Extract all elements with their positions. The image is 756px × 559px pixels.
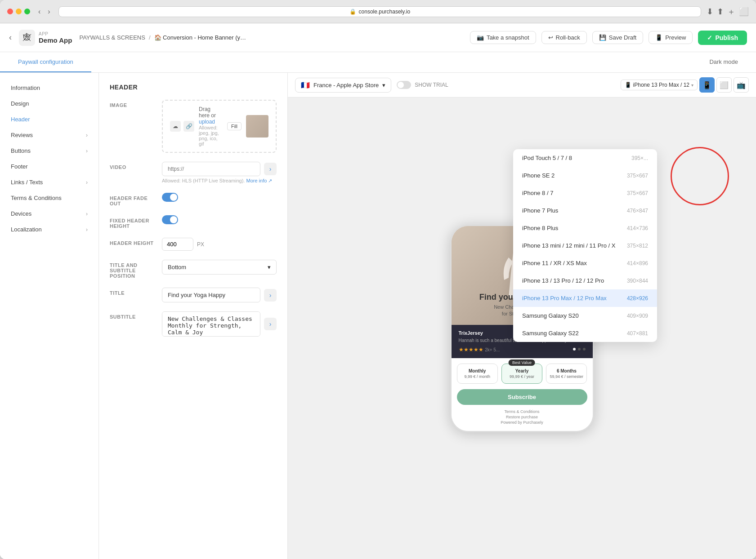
browser-chrome: ‹ › 🔒 console.purchasely.io ⬇ ⬆ ＋ ⬜ bbox=[0, 0, 756, 23]
header-height-input[interactable] bbox=[162, 238, 193, 251]
forward-nav-button[interactable]: › bbox=[45, 7, 53, 17]
device-item-name: iPhone 8 Plus bbox=[522, 225, 558, 231]
publish-button[interactable]: ✓ Publish bbox=[698, 31, 747, 45]
device-item-iphone11[interactable]: iPhone 11 / XR / XS Max 414×896 bbox=[513, 254, 657, 272]
subtitle-label: SUBTITLE bbox=[110, 311, 155, 319]
device-name-selector[interactable]: 📱 iPhone 13 Pro Max / 12 ▾ bbox=[621, 80, 698, 90]
sidebar: Information Design Header Reviews › Butt… bbox=[0, 73, 99, 559]
device-item-iphone8plus[interactable]: iPhone 8 Plus 414×736 bbox=[513, 219, 657, 237]
tablet-device-button[interactable]: ⬜ bbox=[716, 77, 732, 93]
subtitle-expand-button[interactable]: › bbox=[264, 318, 277, 330]
tv-device-button[interactable]: 📺 bbox=[734, 77, 749, 93]
video-expand-button[interactable]: › bbox=[264, 163, 277, 175]
sidebar-header-label: Header bbox=[11, 116, 30, 123]
title-input[interactable] bbox=[162, 288, 260, 302]
upload-link-icon[interactable]: 🔗 bbox=[183, 121, 194, 132]
trial-toggle-area: SHOW TRIAL bbox=[397, 81, 448, 89]
traffic-lights bbox=[7, 9, 30, 14]
header-fade-out-toggle[interactable] bbox=[162, 193, 178, 202]
price-card-yearly[interactable]: Best Value Yearly 99,99 € / year bbox=[501, 364, 542, 384]
more-info-link[interactable]: More info ↗ bbox=[246, 178, 272, 183]
subtitle-row: SUBTITLE New Challenges & Classes Monthl… bbox=[110, 311, 277, 337]
sidebar-item-buttons[interactable]: Buttons › bbox=[0, 143, 98, 159]
device-item-iphonese2[interactable]: iPhone SE 2 375×667 bbox=[513, 167, 657, 184]
show-trial-toggle[interactable] bbox=[397, 81, 411, 89]
header-fade-out-row: HEADER FADE OUT bbox=[110, 193, 277, 206]
restore-link[interactable]: Restore purchase bbox=[457, 415, 587, 419]
sidebar-links-label: Links / Texts bbox=[11, 179, 43, 186]
sidebar-item-localization[interactable]: Localization › bbox=[0, 222, 98, 237]
image-field-row: IMAGE ☁ 🔗 Drag here or upload bbox=[110, 100, 277, 153]
breadcrumb-separator: / bbox=[149, 34, 151, 41]
snapshot-button[interactable]: 📷 Take a snapshot bbox=[470, 31, 536, 44]
new-tab-button[interactable]: ＋ bbox=[727, 6, 735, 17]
fill-badge[interactable]: Fill bbox=[227, 122, 242, 130]
device-item-iphone13pro[interactable]: iPhone 13 / 13 Pro / 12 / 12 Pro 390×844 bbox=[513, 272, 657, 289]
device-item-iphone7plus[interactable]: iPhone 7 Plus 476×847 bbox=[513, 202, 657, 219]
tab-dark-mode[interactable]: Dark mode bbox=[691, 52, 756, 72]
minimize-button[interactable] bbox=[16, 9, 22, 14]
sidebar-item-reviews[interactable]: Reviews › bbox=[0, 127, 98, 143]
terms-link[interactable]: Terms & Conditions bbox=[457, 409, 587, 414]
app-name: Demo App bbox=[39, 36, 72, 44]
rollback-button[interactable]: ↩ Roll-back bbox=[541, 31, 587, 44]
fullscreen-button[interactable] bbox=[24, 9, 30, 14]
phone-small-icon: 📱 bbox=[625, 82, 631, 88]
video-field-content: › Allowed: HLS (HTTP Live Streaming). Mo… bbox=[162, 162, 277, 184]
phone-device-button[interactable]: 📱 bbox=[699, 77, 715, 93]
video-field-row: VIDEO › Allowed: HLS (HTTP Live Streamin… bbox=[110, 162, 277, 184]
device-item-ipod[interactable]: iPod Touch 5 / 7 / 8 395×... bbox=[513, 149, 657, 167]
device-item-iphone13mini[interactable]: iPhone 13 mini / 12 mini / 11 Pro / X 37… bbox=[513, 237, 657, 254]
download-button[interactable]: ⬇ bbox=[707, 7, 713, 17]
yearly-price: 99,99 € / year bbox=[505, 374, 539, 379]
device-item-iphone13promax[interactable]: iPhone 13 Pro Max / 12 Pro Max 428×926 bbox=[513, 289, 657, 307]
image-upload-zone[interactable]: ☁ 🔗 Drag here or upload Allowed: jpeg, j… bbox=[162, 100, 277, 153]
sidebar-item-header[interactable]: Header bbox=[0, 111, 98, 127]
device-item-samsungs20[interactable]: Samsung Galaxy S20 409×909 bbox=[513, 307, 657, 324]
sidebar-item-footer[interactable]: Footer bbox=[0, 159, 98, 174]
sidebar-item-terms-conditions[interactable]: Terms & Conditions bbox=[0, 190, 98, 206]
back-nav-button[interactable]: ‹ bbox=[36, 7, 43, 17]
6months-price: 59,94 € / semester bbox=[549, 374, 584, 379]
review-dots bbox=[573, 348, 586, 350]
device-item-res: 409×909 bbox=[627, 313, 648, 319]
subscribe-button[interactable]: Subscribe bbox=[457, 389, 587, 405]
sidebar-back-button[interactable]: ‹ bbox=[9, 33, 12, 42]
title-expand-button[interactable]: › bbox=[264, 289, 277, 302]
device-item-res: 390×844 bbox=[627, 278, 648, 284]
sidebar-item-design[interactable]: Design bbox=[0, 96, 98, 111]
sidebar-item-devices[interactable]: Devices › bbox=[0, 206, 98, 222]
video-url-input[interactable] bbox=[162, 162, 260, 176]
device-item-samsungs22[interactable]: Samsung Galaxy S22 407×881 bbox=[513, 324, 657, 342]
tabs-button[interactable]: ⬜ bbox=[739, 7, 749, 17]
address-bar[interactable]: 🔒 console.purchasely.io bbox=[58, 6, 701, 17]
sidebar-reviews-label: Reviews bbox=[11, 132, 33, 138]
store-selector[interactable]: 🇫🇷 France - Apple App Store ▾ bbox=[295, 78, 391, 93]
dot-2 bbox=[578, 348, 581, 350]
price-card-6months[interactable]: 6 Months 59,94 € / semester bbox=[546, 364, 587, 384]
video-allowed-text: Allowed: HLS (HTTP Live Streaming). bbox=[162, 178, 246, 183]
save-draft-button[interactable]: 💾 Save Draft bbox=[592, 31, 643, 44]
breadcrumb-paywalls[interactable]: PAYWALLS & SCREENS bbox=[79, 34, 145, 41]
device-name-text: iPhone 13 Pro Max / 12 bbox=[633, 82, 689, 88]
dot-3 bbox=[583, 348, 586, 350]
sidebar-design-label: Design bbox=[11, 100, 29, 107]
rollback-icon: ↩ bbox=[548, 34, 553, 41]
device-item-name: iPhone 11 / XR / XS Max bbox=[522, 260, 587, 266]
top-actions: 📷 Take a snapshot ↩ Roll-back 💾 Save Dra… bbox=[470, 31, 747, 45]
preview-button[interactable]: 📱 Preview bbox=[649, 31, 693, 44]
sidebar-item-information[interactable]: Information bbox=[0, 80, 98, 96]
subtitle-input[interactable]: New Challenges & Classes Monthly for Str… bbox=[162, 311, 260, 337]
upload-cloud-icon[interactable]: ☁ bbox=[170, 121, 181, 132]
sidebar-item-links-texts[interactable]: Links / Texts › bbox=[0, 174, 98, 190]
device-item-iphone87[interactable]: iPhone 8 / 7 375×667 bbox=[513, 184, 657, 202]
fixed-header-height-toggle[interactable] bbox=[162, 215, 178, 224]
upload-link-text[interactable]: upload bbox=[199, 119, 215, 125]
close-button[interactable] bbox=[7, 9, 13, 14]
image-preview bbox=[246, 115, 268, 138]
share-button[interactable]: ⬆ bbox=[717, 7, 724, 17]
tab-paywall-config[interactable]: Paywall configuration bbox=[0, 52, 91, 72]
device-selector-area: 📱 iPhone 13 Pro Max / 12 ▾ 📱 ⬜ 📺 bbox=[621, 77, 749, 93]
position-select[interactable]: Bottom ▾ bbox=[162, 260, 277, 275]
price-card-monthly[interactable]: Monthly 9,99 € / month bbox=[457, 364, 498, 384]
